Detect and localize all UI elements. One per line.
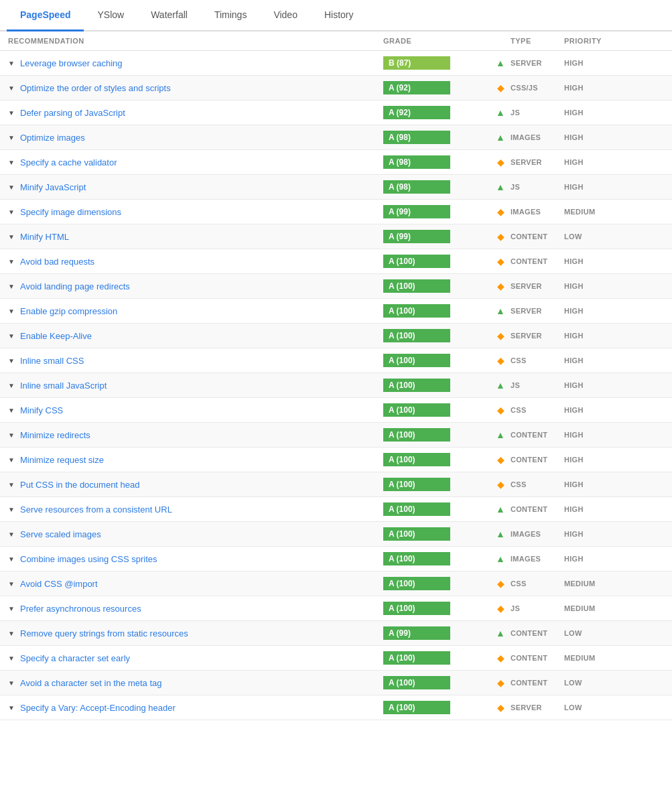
recommendation-link[interactable]: Serve scaled images xyxy=(20,529,101,539)
expand-arrow-icon[interactable]: ▼ xyxy=(8,60,16,67)
tab-video[interactable]: Video xyxy=(260,0,311,31)
row-type: SERVER xyxy=(511,158,564,166)
row-grade: A (99) xyxy=(383,230,490,243)
row-grade: B (87) xyxy=(383,56,490,70)
expand-arrow-icon[interactable]: ▼ xyxy=(8,630,16,637)
grade-bar: A (100) xyxy=(383,403,450,417)
row-type: JS xyxy=(511,604,564,612)
recommendation-link[interactable]: Avoid CSS @import xyxy=(20,579,98,589)
row-priority: HIGH xyxy=(564,356,618,364)
row-type: SERVER xyxy=(511,703,564,712)
row-type: CONTENT xyxy=(511,232,564,241)
tab-pagespeed[interactable]: PageSpeed xyxy=(7,0,84,31)
recommendation-link[interactable]: Avoid a character set in the meta tag xyxy=(20,678,162,688)
up-arrow-icon: ▲ xyxy=(490,429,511,440)
recommendation-link[interactable]: Defer parsing of JavaScript xyxy=(20,108,125,118)
row-priority: HIGH xyxy=(564,555,618,563)
tab-history[interactable]: History xyxy=(311,0,367,31)
expand-arrow-icon[interactable]: ▼ xyxy=(8,159,16,166)
expand-arrow-icon[interactable]: ▼ xyxy=(8,704,16,712)
expand-arrow-icon[interactable]: ▼ xyxy=(8,506,16,513)
expand-arrow-icon[interactable]: ▼ xyxy=(8,580,16,588)
grade-bar: A (92) xyxy=(383,81,450,94)
expand-arrow-icon[interactable]: ▼ xyxy=(8,407,16,414)
expand-arrow-icon[interactable]: ▼ xyxy=(8,655,16,662)
recommendation-link[interactable]: Optimize images xyxy=(20,133,85,143)
recommendation-link[interactable]: Minify JavaScript xyxy=(20,182,86,192)
expand-arrow-icon[interactable]: ▼ xyxy=(8,332,16,340)
expand-arrow-icon[interactable]: ▼ xyxy=(8,233,16,241)
expand-arrow-icon[interactable]: ▼ xyxy=(8,456,16,464)
recommendation-link[interactable]: Minify HTML xyxy=(20,232,69,242)
recommendation-link[interactable]: Remove query strings from static resourc… xyxy=(20,628,188,639)
table-row: ▼Avoid a character set in the meta tagA … xyxy=(0,671,672,695)
expand-arrow-icon[interactable]: ▼ xyxy=(8,679,16,687)
row-type: CONTENT xyxy=(511,456,564,464)
tab-timings[interactable]: Timings xyxy=(201,0,261,31)
table-row: ▼Minify HTMLA (99)◆CONTENTLOW xyxy=(0,224,672,249)
grade-bar: A (100) xyxy=(383,354,450,367)
recommendation-link[interactable]: Specify a cache validator xyxy=(20,157,117,167)
table-row: ▼Minify JavaScriptA (98)▲JSHIGH xyxy=(0,175,672,200)
row-type: CONTENT xyxy=(511,654,564,662)
row-grade: A (100) xyxy=(383,651,490,665)
row-recommendation: ▼Put CSS in the document head xyxy=(8,480,383,490)
recommendation-link[interactable]: Inline small CSS xyxy=(20,356,84,366)
row-grade: A (100) xyxy=(383,354,490,367)
expand-arrow-icon[interactable]: ▼ xyxy=(8,481,16,488)
recommendation-link[interactable]: Combine images using CSS sprites xyxy=(20,554,157,564)
row-priority: HIGH xyxy=(564,456,618,464)
recommendation-link[interactable]: Put CSS in the document head xyxy=(20,480,140,490)
recommendation-link[interactable]: Leverage browser caching xyxy=(20,58,122,68)
recommendation-link[interactable]: Serve resources from a consistent URL xyxy=(20,505,172,515)
row-priority: HIGH xyxy=(564,109,618,117)
row-recommendation: ▼Combine images using CSS sprites xyxy=(8,554,383,564)
up-arrow-icon: ▲ xyxy=(490,504,511,515)
recommendation-link[interactable]: Enable gzip compression xyxy=(20,306,117,316)
expand-arrow-icon[interactable]: ▼ xyxy=(8,357,16,364)
recommendation-link[interactable]: Specify a character set early xyxy=(20,653,130,663)
grade-bar: A (100) xyxy=(383,478,450,491)
diamond-icon: ◆ xyxy=(490,702,511,713)
row-priority: MEDIUM xyxy=(564,208,618,216)
recommendation-link[interactable]: Avoid bad requests xyxy=(20,257,94,267)
expand-arrow-icon[interactable]: ▼ xyxy=(8,258,16,265)
recommendation-link[interactable]: Minimize redirects xyxy=(20,430,90,440)
expand-arrow-icon[interactable]: ▼ xyxy=(8,134,16,141)
expand-arrow-icon[interactable]: ▼ xyxy=(8,531,16,538)
row-recommendation: ▼Optimize the order of styles and script… xyxy=(8,83,383,93)
tab-waterfall[interactable]: Waterfall xyxy=(137,0,201,31)
expand-arrow-icon[interactable]: ▼ xyxy=(8,208,16,216)
recommendation-link[interactable]: Optimize the order of styles and scripts xyxy=(20,83,171,93)
expand-arrow-icon[interactable]: ▼ xyxy=(8,308,16,315)
expand-arrow-icon[interactable]: ▼ xyxy=(8,555,16,563)
up-arrow-icon: ▲ xyxy=(490,628,511,639)
recommendation-link[interactable]: Specify image dimensions xyxy=(20,207,121,217)
row-priority: MEDIUM xyxy=(564,654,618,662)
row-priority: HIGH xyxy=(564,84,618,92)
expand-arrow-icon[interactable]: ▼ xyxy=(8,109,16,117)
row-type: IMAGES xyxy=(511,555,564,563)
expand-arrow-icon[interactable]: ▼ xyxy=(8,283,16,290)
recommendation-link[interactable]: Inline small JavaScript xyxy=(20,381,107,391)
grade-bar: A (100) xyxy=(383,379,450,392)
recommendation-link[interactable]: Specify a Vary: Accept-Encoding header xyxy=(20,703,176,713)
expand-arrow-icon[interactable]: ▼ xyxy=(8,184,16,191)
grade-bar: A (100) xyxy=(383,527,450,541)
table-row: ▼Avoid landing page redirectsA (100)◆SER… xyxy=(0,274,672,299)
recommendation-link[interactable]: Minimize request size xyxy=(20,455,104,465)
expand-arrow-icon[interactable]: ▼ xyxy=(8,84,16,92)
pagespeed-table: RECOMMENDATION GRADE TYPE PRIORITY ▼Leve… xyxy=(0,31,672,720)
recommendation-link[interactable]: Avoid landing page redirects xyxy=(20,281,130,291)
expand-arrow-icon[interactable]: ▼ xyxy=(8,382,16,389)
recommendation-link[interactable]: Prefer asynchronous resources xyxy=(20,604,141,614)
recommendation-link[interactable]: Minify CSS xyxy=(20,405,63,415)
expand-arrow-icon[interactable]: ▼ xyxy=(8,431,16,439)
tab-yslow[interactable]: YSlow xyxy=(84,0,137,31)
recommendation-link[interactable]: Enable Keep-Alive xyxy=(20,331,92,341)
expand-arrow-icon[interactable]: ▼ xyxy=(8,605,16,612)
row-grade: A (100) xyxy=(383,527,490,541)
table-row: ▼Avoid CSS @importA (100)◆CSSMEDIUM xyxy=(0,572,672,596)
row-recommendation: ▼Prefer asynchronous resources xyxy=(8,604,383,614)
row-recommendation: ▼Avoid a character set in the meta tag xyxy=(8,678,383,688)
